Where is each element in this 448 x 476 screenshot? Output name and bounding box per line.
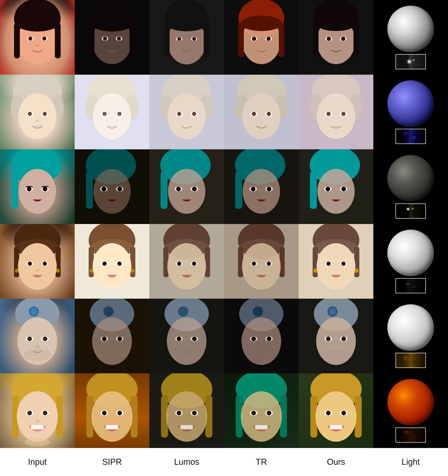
cell-r6c1 bbox=[0, 373, 75, 448]
svg-point-126 bbox=[341, 187, 346, 191]
svg-rect-107 bbox=[160, 171, 168, 209]
cell-r3c5 bbox=[299, 149, 373, 224]
svg-point-156 bbox=[177, 261, 181, 266]
svg-point-238 bbox=[117, 411, 122, 415]
svg-point-181 bbox=[31, 308, 37, 315]
light-probe-row5 bbox=[396, 353, 426, 368]
svg-point-229 bbox=[24, 438, 50, 446]
svg-rect-82 bbox=[258, 125, 265, 127]
svg-point-54 bbox=[43, 112, 47, 116]
svg-point-251 bbox=[241, 391, 282, 442]
cell-r5c1 bbox=[0, 299, 75, 373]
svg-point-163 bbox=[242, 243, 281, 290]
svg-point-198 bbox=[167, 317, 206, 365]
svg-point-254 bbox=[251, 411, 256, 415]
svg-point-187 bbox=[43, 336, 47, 341]
svg-point-112 bbox=[192, 187, 197, 191]
svg-point-55 bbox=[35, 119, 40, 122]
label-ours: Ours bbox=[299, 457, 373, 467]
svg-point-233 bbox=[91, 391, 133, 442]
svg-point-225 bbox=[27, 411, 32, 415]
light-probe-row1 bbox=[396, 54, 426, 69]
cell-r2c5 bbox=[299, 75, 373, 149]
svg-point-247 bbox=[192, 411, 197, 415]
svg-rect-2 bbox=[14, 23, 20, 58]
svg-point-145 bbox=[131, 269, 134, 272]
cell-r3c2 bbox=[75, 149, 149, 224]
cell-r1c1 bbox=[0, 0, 75, 75]
sphere-row3 bbox=[387, 155, 434, 202]
svg-point-193 bbox=[102, 336, 107, 341]
svg-point-185 bbox=[27, 336, 32, 341]
cell-r5c3 bbox=[149, 299, 224, 373]
svg-point-64 bbox=[117, 112, 122, 116]
svg-point-77 bbox=[242, 93, 280, 139]
svg-point-96 bbox=[27, 187, 32, 191]
svg-point-117 bbox=[251, 187, 255, 191]
svg-point-37 bbox=[267, 37, 271, 41]
svg-rect-31 bbox=[238, 23, 244, 57]
svg-rect-121 bbox=[310, 171, 317, 209]
svg-point-228 bbox=[35, 420, 40, 423]
label-lumos: Lumos bbox=[149, 457, 224, 467]
svg-point-60 bbox=[93, 93, 131, 139]
cell-r5c5 bbox=[299, 299, 373, 373]
light-probe-row2 bbox=[396, 129, 426, 144]
svg-point-35 bbox=[252, 37, 256, 41]
svg-point-101 bbox=[93, 169, 131, 214]
light-probe-row3 bbox=[396, 204, 426, 219]
svg-point-200 bbox=[177, 336, 181, 341]
cell-r1c4 bbox=[224, 0, 299, 75]
svg-point-207 bbox=[251, 336, 256, 341]
svg-rect-252 bbox=[255, 425, 268, 429]
svg-point-256 bbox=[267, 411, 271, 415]
svg-point-14 bbox=[91, 15, 133, 32]
svg-point-28 bbox=[192, 37, 196, 41]
svg-point-42 bbox=[315, 16, 357, 31]
svg-point-50 bbox=[18, 93, 57, 139]
svg-rect-243 bbox=[180, 425, 193, 429]
cell-r3c3 bbox=[149, 149, 224, 224]
cell-r6c5 bbox=[299, 373, 373, 448]
cell-r5c4 bbox=[224, 299, 299, 373]
svg-point-6 bbox=[28, 36, 32, 41]
svg-rect-3 bbox=[55, 23, 61, 58]
svg-point-88 bbox=[326, 112, 331, 116]
cell-r2c2 bbox=[75, 75, 149, 149]
svg-point-33 bbox=[241, 16, 282, 31]
svg-point-71 bbox=[177, 112, 181, 116]
label-tr: TR bbox=[224, 457, 299, 467]
svg-point-119 bbox=[267, 187, 271, 191]
cell-r1c6-sphere bbox=[373, 0, 448, 75]
svg-rect-32 bbox=[279, 23, 284, 57]
svg-point-144 bbox=[90, 269, 93, 272]
svg-point-52 bbox=[28, 112, 32, 116]
main-grid bbox=[0, 0, 448, 448]
svg-point-242 bbox=[166, 391, 207, 442]
svg-point-24 bbox=[166, 16, 207, 31]
svg-point-188 bbox=[34, 345, 40, 348]
sphere-row2 bbox=[387, 80, 434, 127]
cell-r1c3 bbox=[149, 0, 224, 75]
svg-point-103 bbox=[102, 187, 106, 191]
svg-point-167 bbox=[267, 261, 271, 266]
cell-r1c5 bbox=[299, 0, 373, 75]
cell-r3c6-sphere bbox=[373, 149, 448, 224]
svg-point-124 bbox=[325, 187, 330, 191]
cell-r3c1 bbox=[0, 149, 75, 224]
svg-point-158 bbox=[192, 261, 196, 266]
sphere-row1 bbox=[387, 6, 434, 52]
svg-point-138 bbox=[35, 269, 39, 271]
svg-point-204 bbox=[253, 306, 263, 317]
svg-point-236 bbox=[102, 411, 107, 415]
svg-rect-91 bbox=[332, 125, 340, 127]
svg-point-4 bbox=[16, 15, 58, 32]
light-probe-row6 bbox=[396, 427, 426, 443]
cell-r6c4 bbox=[224, 373, 299, 448]
svg-rect-22 bbox=[164, 24, 170, 57]
svg-rect-41 bbox=[353, 23, 359, 57]
svg-point-147 bbox=[102, 261, 107, 266]
svg-point-190 bbox=[103, 306, 114, 317]
svg-point-149 bbox=[117, 261, 122, 266]
svg-point-173 bbox=[313, 269, 318, 273]
